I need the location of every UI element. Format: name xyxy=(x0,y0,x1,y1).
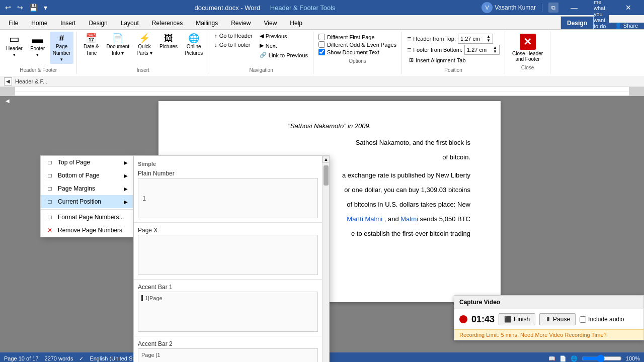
flyout-item-plain-number[interactable]: Plain Number 1 xyxy=(134,168,322,220)
header-button[interactable]: ▭ Header ▾ xyxy=(3,32,26,59)
tab-review[interactable]: Review xyxy=(224,16,257,29)
collapse-panel-button[interactable]: ◀ xyxy=(4,77,12,85)
ruler-body xyxy=(15,87,629,96)
save-icon[interactable]: 💾 xyxy=(28,3,39,13)
hf-bar: ◀ Header & F... xyxy=(0,76,644,87)
link-to-previous-button[interactable]: 🔗 Link to Previous xyxy=(258,51,310,59)
tab-help[interactable]: Help xyxy=(283,16,309,29)
malmi-link[interactable]: Malmi xyxy=(400,215,418,223)
document-info-button[interactable]: 📄 Document Info ▾ xyxy=(103,32,132,58)
tab-mailings[interactable]: Mailings xyxy=(189,16,224,29)
previous-button[interactable]: ◀ Previous xyxy=(258,32,310,40)
next-button[interactable]: ▶ Next xyxy=(258,41,310,50)
nav-buttons: ↑ Go to Header ↓ Go to Footer ◀ Previous… xyxy=(212,32,310,66)
plain-number-preview: 1 xyxy=(138,178,318,218)
left-panel: ◀ xyxy=(0,96,15,352)
capture-video-body: 01:43 ⬛ Finish ⏸ Pause Include audio xyxy=(454,309,643,329)
quick-parts-button[interactable]: ⚡ Quick Parts ▾ xyxy=(133,32,155,58)
ctx-format-page-numbers[interactable]: □ Format Page Numbers... xyxy=(41,211,133,224)
position-fields: ≡ Header from Top: 1.27 cm ▲ ▼ ≡ Footer … xyxy=(405,32,502,66)
page-info[interactable]: Page 10 of 17 xyxy=(4,355,39,361)
include-audio-checkbox[interactable] xyxy=(580,316,586,323)
go-to-header-button[interactable]: ↑ Go to Header xyxy=(212,32,255,40)
flyout-item-page-x[interactable]: Page X xyxy=(134,225,322,277)
restore-icon[interactable]: ⧉ xyxy=(548,3,558,13)
ribbon-group-header-footer: ▭ Header ▾ ▬ Footer ▾ # Page Number ▾ He… xyxy=(0,32,77,74)
go-to-footer-icon: ↓ xyxy=(214,42,217,48)
ctx-current-position[interactable]: □ Current Position ▶ xyxy=(41,195,133,208)
redo-icon[interactable]: ↪ xyxy=(16,3,24,13)
ruler xyxy=(0,87,644,96)
ribbon-tabs: File Home Insert Design Layout Reference… xyxy=(0,15,644,29)
different-first-page-label: Different First Page xyxy=(327,34,375,40)
date-time-button[interactable]: 📅 Date & Time xyxy=(80,32,102,58)
options-group-label: Options xyxy=(349,57,366,65)
tab-design-page[interactable]: Design xyxy=(82,16,114,29)
header-from-top-input[interactable]: 1.27 cm ▲ ▼ xyxy=(458,34,493,44)
header-from-top-spinner[interactable]: ▲ ▼ xyxy=(487,35,491,43)
tab-insert[interactable]: Insert xyxy=(54,16,82,29)
tab-references[interactable]: References xyxy=(145,16,189,29)
martti-malmi-link[interactable]: Martti Malmi xyxy=(347,215,382,223)
customize-qat-icon[interactable]: ▾ xyxy=(43,3,48,13)
close-header-icon: ✕ xyxy=(520,34,536,50)
user-name[interactable]: V Vasanth Kumar xyxy=(481,2,536,13)
ribbon-group-close: ✕ Close Headerand Footer Close xyxy=(505,32,550,74)
bottom-of-page-arrow: ▶ xyxy=(124,173,128,178)
tab-file[interactable]: File xyxy=(2,16,25,29)
finish-button[interactable]: ⬛ Finish xyxy=(499,313,535,325)
go-to-header-icon: ↑ xyxy=(214,33,217,39)
go-to-footer-button[interactable]: ↓ Go to Footer xyxy=(212,41,255,49)
tell-me-box[interactable]: 💡 Tell me what you want to do xyxy=(594,0,609,29)
options-checkboxes: Different First Page Different Odd & Eve… xyxy=(316,32,398,57)
zoom-slider[interactable] xyxy=(582,354,622,362)
minimize-button[interactable]: — xyxy=(562,0,586,15)
accent-bar-2-preview: Page |1 xyxy=(138,348,318,362)
scrollbar-track xyxy=(323,163,329,362)
proofing-icon[interactable]: ✓ xyxy=(79,355,84,362)
cv-timer: 01:43 xyxy=(471,314,495,325)
scroll-up-button[interactable]: ▲ xyxy=(323,156,330,163)
pictures-button[interactable]: 🖼 Pictures xyxy=(156,32,181,51)
flyout-divider-1 xyxy=(134,222,322,223)
online-pictures-button[interactable]: 🌐 Online Pictures xyxy=(182,32,206,58)
tab-design-hf[interactable]: Design xyxy=(560,16,594,29)
plain-number-label: Plain Number xyxy=(138,170,318,177)
flyout-divider-3 xyxy=(134,336,322,336)
ctx-bottom-of-page[interactable]: □ Bottom of Page ▶ xyxy=(41,169,133,182)
current-position-icon: □ xyxy=(46,198,54,206)
page-number-button[interactable]: # Page Number ▾ xyxy=(50,32,74,64)
remove-page-numbers-icon: ✕ xyxy=(46,226,54,234)
zoom-level[interactable]: 100% xyxy=(626,355,640,361)
footer-from-bottom-input[interactable]: 1.27 cm ▲ ▼ xyxy=(464,45,500,55)
flyout-item-accent-bar-1[interactable]: Accent Bar 1 1|Page xyxy=(134,282,322,334)
read-mode-icon[interactable]: 📖 xyxy=(548,355,555,362)
share-button[interactable]: 👤 Share xyxy=(609,23,644,29)
ribbon-content: ▭ Header ▾ ▬ Footer ▾ # Page Number ▾ He… xyxy=(0,29,644,76)
title-bar: ↩ ↪ 💾 ▾ document.docx - Word Header & Fo… xyxy=(0,0,644,15)
close-header-footer-button[interactable]: ✕ Close Headerand Footer xyxy=(508,32,547,64)
different-odd-even-checkbox[interactable] xyxy=(318,41,325,48)
show-doc-text-checkbox[interactable] xyxy=(318,49,325,55)
print-layout-icon[interactable]: 📄 xyxy=(559,355,567,362)
tab-view[interactable]: View xyxy=(258,16,284,29)
different-first-page-checkbox[interactable] xyxy=(318,34,325,40)
ctx-page-margins[interactable]: □ Page Margins ▶ xyxy=(41,182,133,195)
word-count[interactable]: 2270 words xyxy=(45,355,73,361)
footer-button[interactable]: ▬ Footer ▾ xyxy=(27,32,49,59)
tab-home[interactable]: Home xyxy=(25,16,54,29)
tab-layout[interactable]: Layout xyxy=(114,16,145,29)
footer-from-bottom-spinner[interactable]: ▲ ▼ xyxy=(493,46,497,54)
ctx-top-of-page[interactable]: □ Top of Page ▶ xyxy=(41,156,133,169)
window-close-button[interactable]: ✕ xyxy=(617,0,640,15)
view-toggle-icon[interactable]: ◀ xyxy=(6,98,10,104)
scrollbar-thumb[interactable] xyxy=(324,165,329,186)
undo-icon[interactable]: ↩ xyxy=(4,3,12,13)
pause-button[interactable]: ⏸ Pause xyxy=(539,313,576,325)
web-layout-icon[interactable]: 🌐 xyxy=(571,355,578,362)
flyout-item-accent-bar-2[interactable]: Accent Bar 2 Page |1 xyxy=(134,338,322,362)
ctx-remove-page-numbers[interactable]: ✕ Remove Page Numbers xyxy=(41,224,133,237)
quote-text: “Sathosi Nakamoto” in 2009. xyxy=(288,122,371,130)
footer-icon: ▬ xyxy=(32,34,43,45)
insert-alignment-tab-button[interactable]: ⊞ Insert Alignment Tab xyxy=(407,56,500,64)
